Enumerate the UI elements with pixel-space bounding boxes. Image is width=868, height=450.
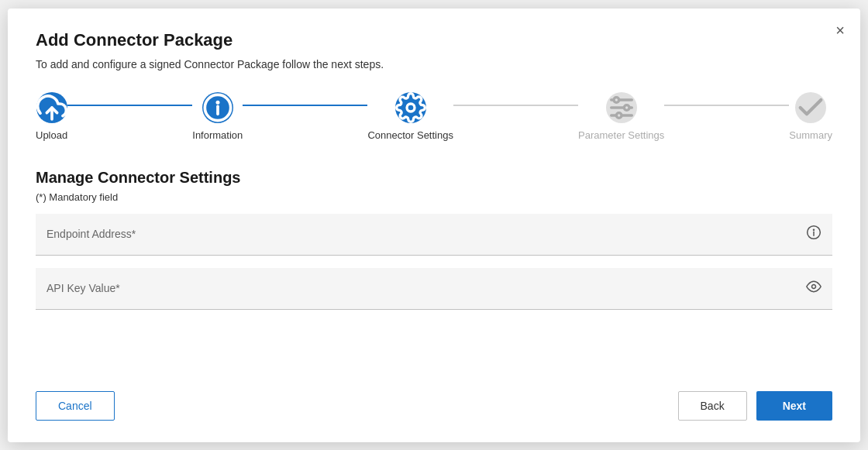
cancel-button[interactable]: Cancel	[36, 391, 115, 421]
footer: Cancel Back Next	[36, 373, 832, 421]
svg-point-10	[616, 112, 622, 118]
step-connector-settings: Connector Settings	[367, 92, 453, 141]
step-circle-upload	[36, 92, 67, 123]
modal-subtitle: To add and configure a signed Connector …	[36, 58, 832, 70]
step-label-connector-settings: Connector Settings	[367, 129, 453, 141]
svg-point-8	[614, 97, 619, 102]
endpoint-address-input[interactable]	[46, 228, 800, 240]
api-key-value-field	[36, 268, 832, 310]
info-circle-icon	[806, 225, 822, 244]
step-parameter-settings: Parameter Settings	[578, 92, 664, 141]
step-upload: Upload	[36, 92, 67, 141]
connector-3	[453, 105, 578, 106]
modal-title: Add Connector Package	[36, 30, 832, 50]
back-button[interactable]: Back	[678, 391, 747, 421]
check-icon	[795, 92, 826, 123]
svg-point-4	[407, 104, 415, 112]
svg-point-14	[812, 284, 816, 288]
step-circle-parameter-settings	[606, 92, 637, 123]
step-label-parameter-settings: Parameter Settings	[578, 129, 664, 141]
eye-icon[interactable]	[806, 279, 822, 298]
params-icon	[606, 92, 637, 123]
svg-point-9	[624, 105, 629, 110]
connector-2	[243, 105, 367, 106]
step-summary: Summary	[789, 92, 832, 141]
section-title: Manage Connector Settings	[36, 169, 832, 187]
step-label-information: Information	[192, 129, 243, 141]
modal-container: × Add Connector Package To add and confi…	[8, 9, 860, 442]
mandatory-note: (*) Mandatory field	[36, 191, 832, 203]
step-circle-connector-settings	[395, 92, 426, 123]
step-circle-summary	[795, 92, 826, 123]
info-icon	[202, 92, 233, 123]
stepper: Upload Information Connec	[36, 92, 832, 141]
next-button[interactable]: Next	[756, 391, 832, 421]
settings-icon	[395, 92, 426, 123]
endpoint-address-field	[36, 214, 832, 256]
connector-4	[664, 105, 789, 106]
step-circle-information	[202, 92, 233, 123]
connector-1	[67, 105, 192, 106]
step-label-upload: Upload	[36, 129, 67, 141]
step-information: Information	[192, 92, 243, 141]
footer-right: Back Next	[678, 391, 832, 421]
close-button[interactable]: ×	[835, 22, 845, 38]
upload-icon	[36, 92, 67, 123]
api-key-value-input[interactable]	[46, 282, 800, 294]
step-label-summary: Summary	[789, 129, 832, 141]
